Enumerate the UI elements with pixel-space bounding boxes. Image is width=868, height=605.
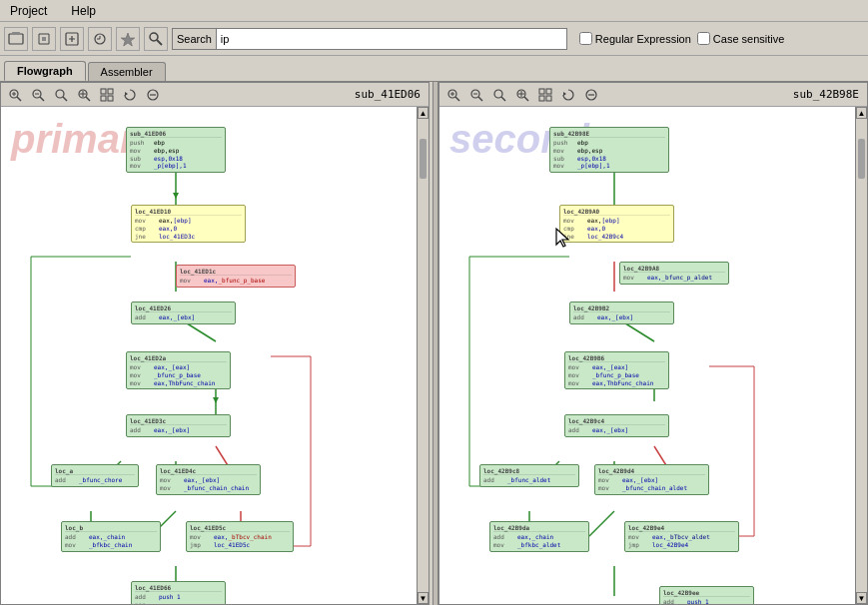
node-1[interactable]: sub_41ED06 pushebp movebp,esp subesp,0x1… — [126, 127, 226, 173]
tabs: Flowgraph Assembler — [0, 56, 868, 82]
left-scrollbar[interactable]: ▲ ▼ — [417, 107, 429, 604]
case-checkbox[interactable] — [697, 32, 710, 45]
right-zoom-out[interactable] — [489, 85, 509, 105]
left-zoom-in2[interactable] — [74, 85, 94, 105]
svg-rect-56 — [539, 89, 544, 94]
toolbar-btn-1[interactable] — [4, 27, 28, 51]
svg-marker-41 — [213, 397, 219, 403]
svg-rect-1 — [12, 32, 20, 35]
node-10[interactable]: loc_41ED5c moveax,_bTbcv_chain jmploc_41… — [186, 521, 294, 552]
r-node-6[interactable]: loc_42B9c4 addeax,_[ebx] — [564, 414, 669, 437]
regex-option[interactable]: Regular Expression — [579, 32, 691, 45]
svg-point-50 — [494, 90, 502, 98]
toolbar-btn-6[interactable] — [144, 27, 168, 51]
node-6[interactable]: loc_41ED3c addeax,_[ebx] — [126, 414, 231, 437]
r-node-3[interactable]: loc_42B9A8 moveax,_bfunc_p_aldet — [619, 262, 729, 285]
right-minus[interactable] — [581, 85, 601, 105]
svg-marker-60 — [563, 92, 566, 96]
right-panel: sub_42B98E secondary — [438, 82, 868, 605]
svg-line-44 — [455, 97, 459, 101]
right-panel-toolbar: sub_42B98E — [439, 83, 867, 107]
left-panel: sub_41ED06 primary — [0, 82, 430, 605]
node-3[interactable]: loc_41ED1c moveax,_bfunc_p_base — [176, 265, 296, 288]
left-overview[interactable] — [97, 85, 117, 105]
svg-rect-58 — [539, 96, 544, 101]
left-fit[interactable] — [28, 85, 48, 105]
r-node-11[interactable]: loc_42B9ee addpush 1 pop — [659, 586, 754, 604]
case-option[interactable]: Case sensitive — [697, 32, 785, 45]
svg-point-13 — [56, 90, 64, 98]
svg-line-48 — [478, 97, 482, 101]
right-zoom-in2[interactable] — [512, 85, 532, 105]
right-scroll-thumb[interactable] — [858, 139, 865, 179]
node-2[interactable]: loc_41ED10 moveax,[ebp] cmpeax,0 jneloc_… — [131, 205, 246, 243]
svg-marker-23 — [125, 92, 128, 96]
r-node-4[interactable]: loc_42B9B2 addeax,_[ebx] — [569, 302, 674, 324]
r-node-8[interactable]: loc_42B9d4 moveax,_[ebx] mov_bfunc_chain… — [594, 464, 709, 495]
node-11[interactable]: loc_41ED66 addpush 1 pop — [131, 581, 226, 604]
right-panel-addr: sub_42B98E — [793, 88, 863, 101]
r-node-10[interactable]: loc_42B9e4 moveax,_bTbcv_aldet jmploc_42… — [624, 521, 739, 552]
toolbar-btn-4[interactable] — [88, 27, 112, 51]
left-panel-content[interactable]: primary — [1, 107, 429, 604]
r-node-2[interactable]: loc_42B9A0 moveax,[ebp] cmpeax,0 jneloc_… — [559, 205, 674, 243]
node-7[interactable]: loc_a add_bfunc_chore — [51, 464, 139, 487]
svg-line-11 — [40, 97, 44, 101]
toolbar: Search Regular Expression Case sensitive — [0, 22, 868, 56]
search-input[interactable] — [217, 29, 566, 49]
svg-line-7 — [17, 97, 21, 101]
r-node-5[interactable]: loc_42B9B6 moveax,_[eax] mov_bfunc_p_bas… — [564, 351, 669, 389]
left-panel-addr: sub_41ED06 — [355, 88, 425, 101]
svg-rect-0 — [9, 34, 23, 44]
left-zoom-in[interactable] — [5, 85, 25, 105]
svg-rect-19 — [101, 89, 106, 94]
left-reset[interactable] — [120, 85, 140, 105]
search-box: Search — [172, 28, 567, 50]
left-minus[interactable] — [143, 85, 163, 105]
right-zoom-in[interactable] — [443, 85, 463, 105]
left-zoom-out[interactable] — [51, 85, 71, 105]
left-scroll-up[interactable]: ▲ — [418, 107, 429, 119]
search-label: Search — [173, 29, 217, 49]
svg-rect-57 — [546, 89, 551, 94]
r-node-7[interactable]: loc_42B9c8 add_bfunc_aldet — [479, 464, 579, 487]
regex-checkbox[interactable] — [579, 32, 592, 45]
search-options: Regular Expression Case sensitive — [579, 32, 785, 45]
svg-line-53 — [524, 97, 528, 101]
menu-bar: Project Help — [0, 0, 868, 22]
svg-rect-20 — [108, 89, 113, 94]
right-scrollbar[interactable]: ▲ ▼ — [855, 107, 867, 604]
svg-marker-40 — [173, 193, 179, 199]
tab-assembler[interactable]: Assembler — [88, 62, 166, 81]
left-scroll-down[interactable]: ▼ — [418, 592, 429, 604]
r-node-9[interactable]: loc_42B9da addeax,_chain mov_bfkbc_aldet — [489, 521, 589, 552]
svg-line-5 — [157, 40, 162, 45]
toolbar-btn-3[interactable] — [60, 27, 84, 51]
toolbar-btn-5[interactable] — [116, 27, 140, 51]
right-scroll-up[interactable]: ▲ — [856, 107, 867, 119]
svg-rect-59 — [546, 96, 551, 101]
svg-line-51 — [501, 97, 505, 101]
right-panel-content[interactable]: secondary sub_42B98E — [439, 107, 867, 604]
left-scroll-thumb[interactable] — [420, 139, 427, 179]
right-scroll-down[interactable]: ▼ — [856, 592, 867, 604]
toolbar-btn-2[interactable] — [32, 27, 56, 51]
node-8[interactable]: loc_41ED4c moveax,_[ebx] mov_bfunc_chain… — [156, 464, 261, 495]
svg-line-16 — [86, 97, 90, 101]
main-content: sub_41ED06 primary — [0, 82, 868, 605]
node-9[interactable]: loc_b addeax,_chain mov_bfkbc_chain — [61, 521, 161, 552]
node-4[interactable]: loc_41ED26 addeax,_[ebx] — [131, 302, 236, 324]
menu-project[interactable]: Project — [4, 2, 53, 20]
right-fit[interactable] — [466, 85, 486, 105]
svg-line-71 — [589, 511, 614, 536]
svg-line-14 — [63, 97, 67, 101]
left-panel-toolbar: sub_41ED06 — [1, 83, 429, 107]
case-label: Case sensitive — [713, 33, 785, 45]
r-node-1[interactable]: sub_42B98E pushebp movebp,esp subesp,0x1… — [549, 127, 669, 173]
svg-rect-21 — [101, 96, 106, 101]
node-5[interactable]: loc_41ED2a moveax,_[eax] mov_bfunc_p_bas… — [126, 351, 231, 389]
tab-flowgraph[interactable]: Flowgraph — [4, 61, 86, 81]
menu-help[interactable]: Help — [65, 2, 102, 20]
right-overview[interactable] — [535, 85, 555, 105]
right-reset[interactable] — [558, 85, 578, 105]
